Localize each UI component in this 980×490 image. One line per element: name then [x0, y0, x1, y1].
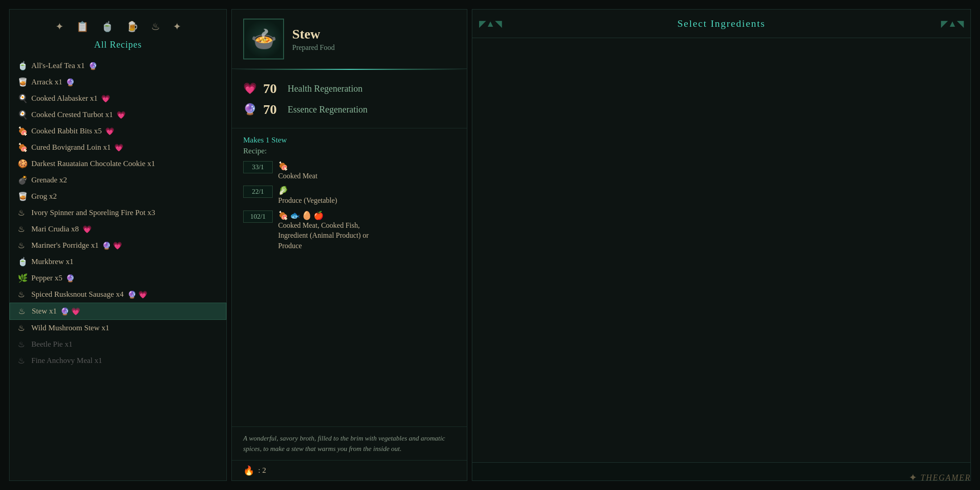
recipe-item[interactable]: ♨Spiced Rusksnout Sausage x4🔮💗 — [10, 286, 226, 303]
filter-drink-icon[interactable]: 🍺 — [126, 21, 138, 33]
ingredient-count-2: 22/1 — [243, 186, 273, 198]
recipe-item-name: Grog x2 — [31, 192, 57, 201]
recipe-item[interactable]: 🍳Cooked Crested Turbot x1💗 — [10, 107, 226, 123]
right-content — [472, 38, 970, 462]
watermark-icon: ✦ — [909, 472, 917, 484]
ingredient-icons-3: 🍖 🐟 🥚 🍎 — [278, 211, 369, 220]
essence-badge-icon: 🔮 — [102, 241, 111, 250]
right-panel: ◤▲◥ Select Ingredients ◤▲◥ — [472, 9, 971, 481]
fish-icon: 🐟 — [290, 211, 300, 220]
recipe-item[interactable]: 🌿Pepper x5🔮 — [10, 270, 226, 286]
recipe-item[interactable]: 🍪Darkest Rauataian Chocolate Cookie x1 — [10, 156, 226, 172]
fruit-icon: 🍎 — [314, 211, 323, 220]
stats-section: 💗 70 Health Regeneration 🔮 70 Essence Re… — [232, 70, 467, 128]
heart-badge-icon: 💗 — [114, 143, 123, 152]
right-header: ◤▲◥ Select Ingredients ◤▲◥ — [472, 10, 970, 38]
recipe-item[interactable]: ♨Mari Crudia x8💗 — [10, 221, 226, 237]
essence-badge-icon: 🔮 — [127, 290, 137, 299]
middle-panel: 🍲 Stew Prepared Food 💗 70 Health Regener… — [231, 9, 467, 481]
recipe-item[interactable]: 🥃Arrack x1🔮 — [10, 74, 226, 90]
filter-misc-icon[interactable]: ✦ — [173, 21, 181, 33]
recipe-item-icon: 🌿 — [18, 273, 28, 283]
ingredient-name-3: Cooked Meat, Cooked Fish,Ingredient (Ani… — [278, 220, 369, 251]
recipe-badges: 💗 — [105, 127, 114, 136]
recipe-item-icon: ♨ — [18, 289, 28, 299]
recipe-item-name: Darkest Rauataian Chocolate Cookie x1 — [31, 159, 155, 168]
ingredient-row-2: 22/1 🥬 Produce (Vegetable) — [243, 186, 456, 206]
recipe-badges: 🔮💗 — [102, 241, 122, 250]
heart-badge-icon: 💗 — [83, 225, 92, 234]
item-image-icon: 🍲 — [251, 27, 277, 51]
craft-count: 🔥 : 2 — [232, 460, 467, 480]
heart-badge-icon: 💗 — [138, 290, 147, 299]
craft-icon: 🔥 — [243, 465, 255, 476]
recipe-item-icon: 🍪 — [18, 159, 28, 169]
recipe-item-icon: 💣 — [18, 175, 28, 185]
recipe-item[interactable]: ♨Stew x1🔮💗 — [10, 303, 226, 320]
ingredient-detail-3: 🍖 🐟 🥚 🍎 Cooked Meat, Cooked Fish,Ingredi… — [278, 211, 369, 251]
right-header-deco-left: ◤▲◥ — [479, 18, 502, 29]
right-bottom-bar — [472, 462, 970, 480]
ingredient-icons-1: 🍖 — [278, 161, 318, 171]
essence-badge-icon: 🔮 — [66, 274, 75, 283]
item-title-block: Stew Prepared Food — [292, 26, 456, 52]
ingredient-name-1: Cooked Meat — [278, 171, 318, 181]
item-header: 🍲 Stew Prepared Food — [232, 10, 467, 69]
heart-badge-icon: 💗 — [71, 307, 80, 316]
recipe-item[interactable]: ♨Wild Mushroom Stew x1 — [10, 320, 226, 336]
ingredient-icons-2: 🥬 — [278, 186, 337, 196]
filter-tea-icon[interactable]: 🍵 — [101, 21, 113, 33]
heart-badge-icon: 💗 — [105, 127, 114, 136]
recipe-item-icon: 🍳 — [18, 93, 28, 103]
recipe-badges: 🔮💗 — [127, 290, 147, 299]
recipe-item[interactable]: 💣Grenade x2 — [10, 172, 226, 188]
recipe-item-name: Pepper x5 — [31, 274, 62, 283]
ingredient-count-1: 33/1 — [243, 161, 273, 173]
stat-row-health: 💗 70 Health Regeneration — [243, 78, 456, 99]
main-container: ✦ 📋 🍵 🍺 ♨ ✦ All Recipes 🍵All's-Leaf Tea … — [0, 0, 980, 490]
essence-badge-icon: 🔮 — [60, 307, 69, 316]
recipe-list[interactable]: 🍵All's-Leaf Tea x1🔮🥃Arrack x1🔮🍳Cooked Al… — [10, 55, 226, 474]
recipe-item-icon: ♨ — [18, 356, 28, 366]
right-panel-title: Select Ingredients — [677, 18, 765, 29]
recipe-item[interactable]: ♨Mariner's Porridge x1🔮💗 — [10, 237, 226, 254]
recipe-item[interactable]: 🍵All's-Leaf Tea x1🔮 — [10, 58, 226, 74]
recipe-item-icon: 🥃 — [18, 191, 28, 201]
recipe-badges: 🔮 — [66, 78, 75, 87]
recipe-item[interactable]: ♨Ivory Spinner and Sporeling Fire Pot x3 — [10, 205, 226, 221]
item-image: 🍲 — [243, 19, 284, 59]
recipe-item[interactable]: 🥃Grog x2 — [10, 188, 226, 205]
recipe-item[interactable]: 🍳Cooked Alabasker x1💗 — [10, 90, 226, 107]
recipe-item[interactable]: 🍖Cured Bovigrand Loin x1💗 — [10, 139, 226, 156]
description-section: A wonderful, savory broth, filled to the… — [232, 426, 467, 460]
recipe-item-name: Wild Mushroom Stew x1 — [31, 323, 109, 333]
ingredient-name-2: Produce (Vegetable) — [278, 196, 337, 206]
essence-label: Essence Regeneration — [288, 104, 368, 115]
recipe-item-icon: ♨ — [18, 306, 28, 316]
ingredient-row-1: 33/1 🍖 Cooked Meat — [243, 161, 456, 181]
filter-icons: ✦ 📋 🍵 🍺 ♨ ✦ — [10, 16, 226, 39]
essence-value: 70 — [263, 102, 281, 117]
ingredient-detail-1: 🍖 Cooked Meat — [278, 161, 318, 181]
recipe-item[interactable]: ♨Beetle Pie x1 — [10, 336, 226, 353]
left-panel: ✦ 📋 🍵 🍺 ♨ ✦ All Recipes 🍵All's-Leaf Tea … — [9, 9, 227, 481]
filter-all-icon[interactable]: ✦ — [55, 21, 64, 33]
recipe-item-name: Cooked Crested Turbot x1 — [31, 110, 113, 119]
recipe-section: Makes 1 Stew Recipe: 33/1 🍖 Cooked Meat … — [232, 128, 467, 426]
recipe-item-name: Arrack x1 — [31, 78, 62, 87]
recipe-badges: 💗 — [114, 143, 123, 152]
recipe-item[interactable]: ♨Fine Anchovy Meal x1 — [10, 353, 226, 369]
watermark: ✦ THEGAMER — [909, 472, 971, 484]
recipe-item-icon: ♨ — [18, 323, 28, 333]
item-name: Stew — [292, 26, 456, 42]
recipe-item-name: Fine Anchovy Meal x1 — [31, 356, 102, 365]
recipe-item-name: Ivory Spinner and Sporeling Fire Pot x3 — [31, 208, 155, 217]
recipe-item[interactable]: 🍖Cooked Rabbit Bits x5💗 — [10, 123, 226, 139]
heart-badge-icon: 💗 — [117, 111, 126, 119]
animal-icon: 🥚 — [302, 211, 312, 220]
recipe-item-icon: 🍖 — [18, 126, 28, 136]
recipe-item-name: Stew x1 — [32, 307, 57, 316]
filter-hot-icon[interactable]: ♨ — [151, 21, 160, 33]
recipe-item[interactable]: 🍵Murkbrew x1 — [10, 254, 226, 270]
filter-recipe-icon[interactable]: 📋 — [76, 21, 88, 33]
